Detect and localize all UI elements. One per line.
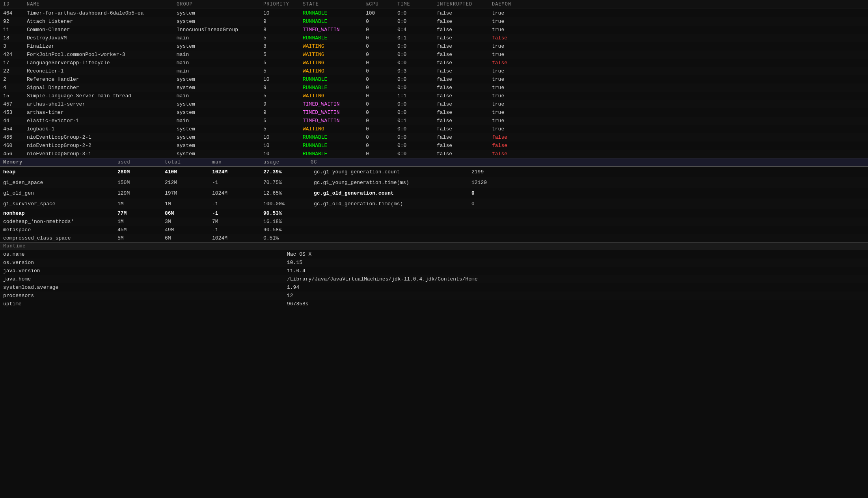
thread-id: 15 bbox=[0, 92, 24, 100]
thread-cpu: 0 bbox=[363, 50, 394, 59]
thread-priority: 8 bbox=[260, 26, 300, 34]
thread-priority: 5 bbox=[260, 117, 300, 125]
thread-cpu: 0 bbox=[363, 59, 394, 67]
thread-interrupted: false bbox=[434, 141, 489, 150]
runtime-row: java.version 11.0.4 bbox=[0, 267, 868, 275]
thread-interrupted: false bbox=[434, 67, 489, 75]
thread-state: TIMED_WAITIN bbox=[300, 100, 363, 108]
thread-state: TIMED_WAITIN bbox=[300, 26, 363, 34]
thread-cpu: 0 bbox=[363, 26, 394, 34]
mem-total: 86M bbox=[162, 209, 209, 217]
runtime-section: Runtime os.name Mac OS X os.version 10.1… bbox=[0, 242, 868, 308]
table-row: 2 Reference Handler system 10 RUNNABLE 0… bbox=[0, 75, 868, 84]
thread-cpu: 0 bbox=[363, 92, 394, 100]
thread-table-header: ID NAME GROUP PRIORITY STATE %CPU TIME I… bbox=[0, 0, 868, 9]
memory-row: nonheap 77M 86M -1 90.53% bbox=[0, 209, 868, 217]
col-group: GROUP bbox=[173, 0, 260, 9]
thread-name: Finalizer bbox=[24, 42, 173, 50]
thread-priority: 8 bbox=[260, 42, 300, 50]
thread-daemon: false bbox=[489, 59, 868, 67]
thread-state: RUNNABLE bbox=[300, 17, 363, 26]
memory-row: g1_eden_space 150M 212M -1 70.75% gc.g1_… bbox=[0, 177, 868, 188]
gc-name: gc.g1_young_generation.count bbox=[311, 168, 468, 176]
thread-interrupted: false bbox=[434, 9, 489, 18]
runtime-table: os.name Mac OS X os.version 10.15 java.v… bbox=[0, 250, 868, 308]
mem-total: 212M bbox=[162, 178, 209, 187]
thread-group: system bbox=[173, 133, 260, 141]
mem-used: 1M bbox=[114, 200, 162, 208]
thread-time: 0:0 bbox=[394, 50, 434, 59]
thread-daemon: true bbox=[489, 100, 868, 108]
mem-hdr-gc: GC bbox=[307, 158, 320, 166]
mem-used: 45M bbox=[114, 226, 162, 234]
mem-used: 150M bbox=[114, 178, 162, 187]
thread-name: ForkJoinPool.commonPool-worker-3 bbox=[24, 50, 173, 59]
thread-group: system bbox=[173, 9, 260, 18]
thread-priority: 9 bbox=[260, 17, 300, 26]
col-cpu: %CPU bbox=[363, 0, 394, 9]
thread-table: ID NAME GROUP PRIORITY STATE %CPU TIME I… bbox=[0, 0, 868, 158]
thread-time: 0:4 bbox=[394, 26, 434, 34]
gc-name: gc.g1_old_generation.time(ms) bbox=[311, 200, 468, 208]
thread-state: RUNNABLE bbox=[300, 84, 363, 92]
thread-group: system bbox=[173, 100, 260, 108]
thread-id: 92 bbox=[0, 17, 24, 26]
thread-interrupted: false bbox=[434, 108, 489, 117]
thread-interrupted: false bbox=[434, 150, 489, 158]
thread-id: 455 bbox=[0, 133, 24, 141]
mem-name: compressed_class_space bbox=[0, 234, 114, 242]
thread-group: system bbox=[173, 42, 260, 50]
table-row: 460 nioEventLoopGroup-2-2 system 10 RUNN… bbox=[0, 141, 868, 150]
thread-id: 453 bbox=[0, 108, 24, 117]
mem-total: 197M bbox=[162, 189, 209, 197]
runtime-key: uptime bbox=[0, 300, 284, 308]
gc-name: gc.g1_old_generation.count bbox=[311, 189, 468, 197]
thread-cpu: 0 bbox=[363, 150, 394, 158]
thread-cpu: 0 bbox=[363, 75, 394, 84]
thread-state: RUNNABLE bbox=[300, 34, 363, 42]
thread-priority: 10 bbox=[260, 9, 300, 18]
thread-daemon: true bbox=[489, 75, 868, 84]
memory-row: codeheap_'non-nmethods' 1M 3M 7M 16.18% bbox=[0, 217, 868, 226]
col-id: ID bbox=[0, 0, 24, 9]
thread-group: main bbox=[173, 117, 260, 125]
thread-cpu: 0 bbox=[363, 84, 394, 92]
thread-daemon: true bbox=[489, 50, 868, 59]
runtime-value: 1.94 bbox=[284, 283, 868, 292]
mem-name: g1_eden_space bbox=[0, 178, 114, 187]
thread-interrupted: false bbox=[434, 117, 489, 125]
thread-interrupted: false bbox=[434, 42, 489, 50]
mem-total: 410M bbox=[162, 168, 209, 176]
runtime-row: systemload.average 1.94 bbox=[0, 283, 868, 292]
thread-id: 17 bbox=[0, 59, 24, 67]
thread-daemon: true bbox=[489, 42, 868, 50]
mem-used: 129M bbox=[114, 189, 162, 197]
mem-usage: 16.18% bbox=[260, 217, 307, 226]
runtime-value: 11.0.4 bbox=[284, 267, 868, 275]
thread-name: arthas-shell-server bbox=[24, 100, 173, 108]
mem-usage: 0.51% bbox=[260, 234, 307, 242]
thread-time: 0:0 bbox=[394, 84, 434, 92]
thread-id: 4 bbox=[0, 84, 24, 92]
table-row: 464 Timer-for-arthas-dashboard-6da1e0b5-… bbox=[0, 9, 868, 18]
thread-priority: 5 bbox=[260, 67, 300, 75]
thread-interrupted: false bbox=[434, 125, 489, 133]
table-row: 455 nioEventLoopGroup-2-1 system 10 RUNN… bbox=[0, 133, 868, 141]
runtime-row: java.home /Library/Java/JavaVirtualMachi… bbox=[0, 275, 868, 283]
memory-row: metaspace 45M 49M -1 90.58% bbox=[0, 226, 868, 234]
thread-priority: 9 bbox=[260, 108, 300, 117]
thread-time: 0:0 bbox=[394, 125, 434, 133]
memory-header: Memory used total max usage GC bbox=[0, 158, 868, 167]
mem-name: metaspace bbox=[0, 226, 114, 234]
runtime-value: 10.15 bbox=[284, 258, 868, 267]
thread-daemon: true bbox=[489, 125, 868, 133]
thread-id: 22 bbox=[0, 67, 24, 75]
thread-id: 3 bbox=[0, 42, 24, 50]
thread-daemon: false bbox=[489, 141, 868, 150]
runtime-key: java.version bbox=[0, 267, 284, 275]
runtime-value: 967858s bbox=[284, 300, 868, 308]
thread-state: WAITING bbox=[300, 67, 363, 75]
mem-hdr-max: max bbox=[209, 158, 260, 166]
mem-max: 1024M bbox=[209, 168, 260, 176]
mem-max: 1024M bbox=[209, 234, 260, 242]
